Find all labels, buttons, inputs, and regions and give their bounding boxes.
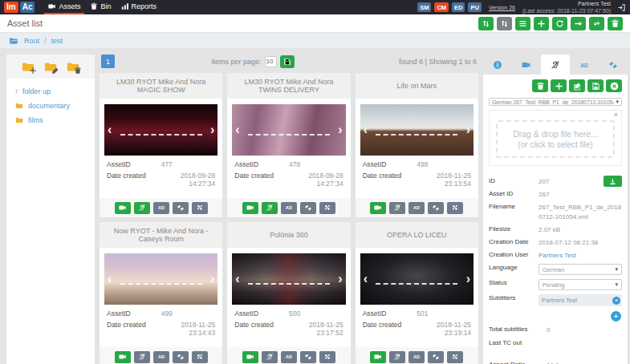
folder-item-films[interactable]: films (14, 116, 90, 124)
link-asset-button[interactable] (589, 17, 604, 30)
list-view-button[interactable] (515, 17, 530, 30)
chevron-left-icon[interactable]: ‹ (108, 273, 112, 285)
download-file-button[interactable] (604, 176, 622, 187)
chevron-right-icon[interactable]: › (338, 273, 342, 285)
asset-card[interactable]: LM30 RYOT Mike And Nora MAGIC SHOW ‹ › A… (100, 73, 222, 217)
video-service-button[interactable] (370, 351, 386, 363)
other-service-button[interactable] (447, 351, 463, 363)
chevron-right-icon[interactable]: › (210, 123, 214, 136)
sign-language-service-button[interactable] (173, 202, 189, 214)
creation-user-link[interactable]: Partners Test (539, 251, 622, 260)
sign-language-service-button[interactable] (300, 202, 316, 214)
sign-language-service-button[interactable] (428, 351, 444, 363)
language-select[interactable]: German ▾ (539, 264, 622, 275)
chevron-left-icon[interactable]: ‹ (235, 273, 239, 285)
cancel-subtitle-button[interactable] (606, 79, 622, 92)
other-service-button[interactable] (192, 351, 208, 363)
close-icon[interactable]: × (614, 111, 618, 119)
add-subtitle-button[interactable] (551, 79, 567, 92)
subtitle-file-select[interactable]: German 267_Test_RBB_P1_de_20180712-10105… (489, 98, 622, 106)
subtitles-service-button[interactable] (389, 351, 405, 363)
role-badge-cm[interactable]: CM (434, 2, 449, 12)
move-asset-button[interactable] (571, 17, 586, 30)
page-1-button[interactable]: 1 (101, 55, 115, 68)
chevron-right-icon[interactable]: › (466, 123, 470, 136)
asset-card[interactable]: OPERA LO LICEU ‹ › AssetID501 Date creat… (356, 222, 478, 364)
sign-language-service-button[interactable] (300, 351, 316, 363)
other-service-button[interactable] (192, 202, 208, 214)
audio-description-service-button[interactable] (281, 202, 297, 214)
tab-video[interactable] (512, 55, 541, 75)
asset-thumbnail[interactable]: ‹ › (232, 253, 345, 305)
nav-item-bin[interactable]: Bin (86, 0, 115, 14)
audio-description-service-button[interactable] (281, 351, 297, 363)
asset-thumbnail[interactable]: ‹ › (360, 253, 474, 305)
video-service-button[interactable] (115, 202, 131, 214)
refresh-button[interactable] (552, 17, 567, 30)
sort-button[interactable] (478, 17, 494, 30)
sign-language-service-button[interactable] (428, 202, 444, 214)
other-service-button[interactable] (319, 202, 335, 214)
add-folder-button[interactable] (20, 60, 36, 74)
role-badge-sm[interactable]: SM (417, 2, 431, 12)
save-items-per-page-button[interactable] (280, 55, 295, 68)
audio-description-service-button[interactable] (408, 202, 425, 214)
asset-thumbnail[interactable]: ‹ › (232, 104, 345, 156)
role-badge-ed[interactable]: ED (452, 2, 465, 12)
version-link[interactable]: Version 26 (489, 5, 515, 10)
video-service-button[interactable] (370, 202, 386, 214)
chevron-right-icon[interactable]: › (210, 273, 214, 285)
remove-subtitler-button[interactable]: × (612, 297, 620, 305)
rename-folder-button[interactable] (43, 60, 59, 74)
chevron-left-icon[interactable]: ‹ (364, 123, 368, 136)
nav-item-reports[interactable]: Reports (117, 0, 161, 14)
logout-button[interactable] (617, 3, 626, 12)
file-dropzone[interactable]: Drag & drop file here... (or click to se… (496, 120, 615, 158)
other-service-button[interactable] (319, 351, 335, 363)
folder-item-documentary[interactable]: documentary (14, 102, 90, 110)
breadcrumb-current[interactable]: test (51, 37, 63, 45)
sign-language-service-button[interactable] (173, 351, 189, 363)
save-subtitle-button[interactable] (587, 79, 604, 92)
asset-card[interactable]: Now RYOT - Mike And Nora - Caseys Room ‹… (100, 222, 222, 364)
add-asset-button[interactable] (534, 17, 549, 30)
nav-item-assets[interactable]: Assets (44, 0, 84, 14)
asset-card[interactable]: Polònia 360 ‹ › AssetID500 Date created2… (227, 222, 350, 364)
audio-description-service-button[interactable] (153, 202, 169, 214)
audio-description-service-button[interactable] (408, 351, 425, 363)
asset-thumbnail[interactable]: ‹ › (360, 104, 474, 156)
video-service-button[interactable] (115, 351, 131, 363)
chevron-left-icon[interactable]: ‹ (364, 273, 368, 285)
breadcrumb-root[interactable]: Root (24, 37, 39, 45)
video-service-button[interactable] (242, 351, 258, 363)
status-select[interactable]: Pending ▾ (539, 279, 622, 290)
subtitles-service-button[interactable] (262, 351, 278, 363)
delete-asset-button[interactable] (608, 17, 623, 30)
subtitles-service-button[interactable] (389, 202, 405, 214)
add-subtitler-button[interactable]: + (611, 311, 621, 322)
asset-thumbnail[interactable]: ‹ › (104, 104, 217, 156)
audio-description-service-button[interactable] (153, 351, 169, 363)
subtitles-service-button[interactable] (262, 202, 278, 214)
delete-subtitle-button[interactable] (532, 79, 548, 92)
tab-subtitles[interactable] (541, 55, 570, 75)
items-per-page-input[interactable] (265, 56, 277, 67)
chevron-left-icon[interactable]: ‹ (235, 123, 239, 136)
subtitles-service-button[interactable] (134, 202, 150, 214)
edit-subtitle-button[interactable] (569, 79, 585, 92)
sort-alt-button[interactable] (497, 17, 512, 30)
tab-audio-description[interactable] (570, 55, 599, 75)
tab-sign-language[interactable] (599, 55, 628, 75)
app-logo[interactable]: Im Ac (4, 2, 35, 13)
chevron-right-icon[interactable]: › (466, 273, 470, 285)
delete-folder-button[interactable] (65, 60, 81, 74)
role-badge-pu[interactable]: PU (468, 2, 481, 12)
video-service-button[interactable] (242, 202, 258, 214)
other-service-button[interactable] (447, 202, 463, 214)
chevron-left-icon[interactable]: ‹ (108, 123, 112, 136)
tab-info[interactable] (483, 55, 512, 75)
asset-card[interactable]: Life on Mars ‹ › AssetID498 Date created… (356, 73, 478, 217)
folder-up-link[interactable]: ↑ folder up (14, 87, 90, 95)
subtitles-service-button[interactable] (134, 351, 150, 363)
asset-card[interactable]: LM30 RYOT Mike And Nora TWINS DELIVERY ‹… (227, 73, 350, 217)
